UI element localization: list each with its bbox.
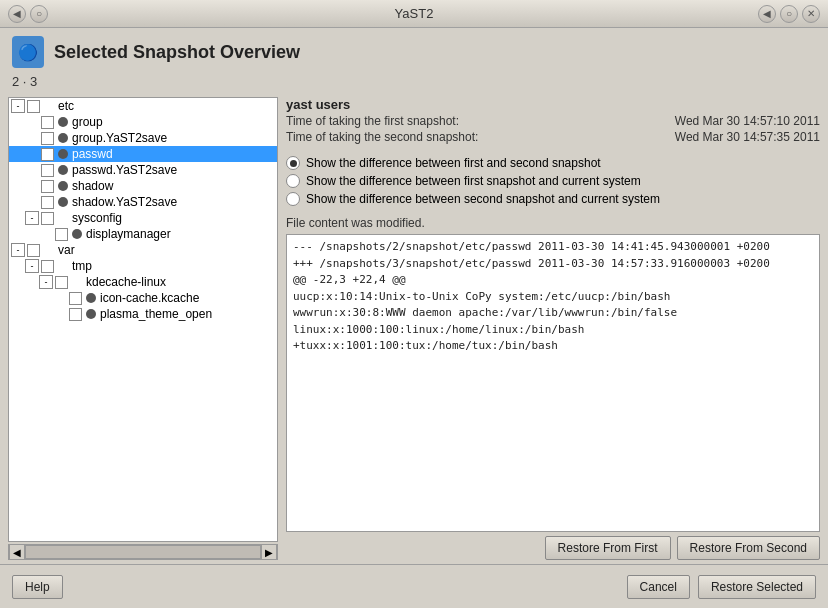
tree-label: etc — [58, 99, 74, 113]
radio-label: Show the difference between first snapsh… — [306, 174, 641, 188]
tree-dot — [86, 309, 96, 319]
tree-item[interactable]: passwd.YaST2save — [9, 162, 277, 178]
app-title: Selected Snapshot Overview — [54, 42, 300, 63]
radio-circle[interactable] — [286, 192, 300, 206]
first-snapshot-label: Time of taking the first snapshot: — [286, 114, 459, 128]
tree-checkbox[interactable] — [41, 164, 54, 177]
win-btn-close[interactable]: ✕ — [802, 5, 820, 23]
app-icon: 🔵 — [12, 36, 44, 68]
main-content: -etc group group.YaST2save xpasswd passw… — [0, 93, 828, 564]
diff-line: +tuxx:x:1001:100:tux:/home/tux:/bin/bash — [293, 338, 813, 355]
file-status: File content was modified. — [286, 216, 820, 230]
tree-indent — [39, 307, 53, 321]
tree-toggle[interactable]: - — [11, 99, 25, 113]
tree-toggle[interactable]: - — [25, 259, 39, 273]
tree-label: tmp — [72, 259, 92, 273]
tree-checkbox[interactable] — [69, 292, 82, 305]
footer: Help Cancel Restore Selected — [0, 564, 828, 608]
scroll-left-arrow[interactable]: ◀ — [9, 544, 25, 560]
tree-item[interactable]: xpasswd — [9, 146, 277, 162]
tree-dot — [58, 117, 68, 127]
tree-checkbox[interactable] — [41, 212, 54, 225]
tree-indent — [25, 275, 39, 289]
tree-label: kdecache-linux — [86, 275, 166, 289]
tree-item[interactable]: -sysconfig — [9, 210, 277, 226]
help-button[interactable]: Help — [12, 575, 63, 599]
tree-item[interactable]: icon-cache.kcache — [9, 290, 277, 306]
tree-label: shadow — [72, 179, 113, 193]
tree-indent — [11, 195, 25, 209]
tree-toggle[interactable]: - — [25, 211, 39, 225]
tree-item[interactable]: displaymanager — [9, 226, 277, 242]
tree-checkbox[interactable] — [41, 180, 54, 193]
win-btn-3[interactable]: ◀ — [758, 5, 776, 23]
tree-checkbox[interactable] — [27, 244, 40, 257]
scroll-track[interactable] — [25, 545, 261, 559]
tree-toggle[interactable]: - — [39, 275, 53, 289]
win-btn-4[interactable]: ○ — [780, 5, 798, 23]
second-snapshot-label: Time of taking the second snapshot: — [286, 130, 478, 144]
radio-item[interactable]: Show the difference between second snaps… — [286, 192, 820, 206]
tree-checkbox[interactable] — [41, 116, 54, 129]
restore-buttons: Restore From First Restore From Second — [286, 536, 820, 560]
scroll-right-arrow[interactable]: ▶ — [261, 544, 277, 560]
tree-checkbox[interactable]: x — [41, 148, 54, 161]
diff-line: @@ -22,3 +22,4 @@ — [293, 272, 813, 289]
tree-label: passwd.YaST2save — [72, 163, 177, 177]
tree-checkbox[interactable] — [69, 308, 82, 321]
radio-group: Show the difference between first and se… — [286, 156, 820, 210]
tree-checkbox[interactable] — [55, 228, 68, 241]
tree-item[interactable]: shadow — [9, 178, 277, 194]
tree-indent — [11, 163, 25, 177]
radio-circle[interactable] — [286, 156, 300, 170]
tree-item[interactable]: -kdecache-linux — [9, 274, 277, 290]
radio-label: Show the difference between first and se… — [306, 156, 601, 170]
tree-label: icon-cache.kcache — [100, 291, 199, 305]
tree-item[interactable]: shadow.YaST2save — [9, 194, 277, 210]
tree-item[interactable]: -etc — [9, 98, 277, 114]
file-tree[interactable]: -etc group group.YaST2save xpasswd passw… — [8, 97, 278, 542]
diff-line: --- /snapshots/2/snapshot/etc/passwd 201… — [293, 239, 813, 256]
tree-item[interactable]: group.YaST2save — [9, 130, 277, 146]
title-bar-left: ◀ ○ — [8, 5, 48, 23]
horizontal-scrollbar[interactable]: ◀ ▶ — [8, 544, 278, 560]
tree-label: group.YaST2save — [72, 131, 167, 145]
tree-checkbox[interactable] — [41, 132, 54, 145]
tree-item[interactable]: plasma_theme_open — [9, 306, 277, 322]
tree-item[interactable]: group — [9, 114, 277, 130]
info-section: yast users Time of taking the first snap… — [286, 97, 820, 146]
restore-from-second-button[interactable]: Restore From Second — [677, 536, 820, 560]
tree-dot — [58, 197, 68, 207]
tree-label: plasma_theme_open — [100, 307, 212, 321]
tree-indent — [11, 211, 25, 225]
tree-dot — [58, 181, 68, 191]
tree-checkbox[interactable] — [41, 196, 54, 209]
tree-dot — [86, 293, 96, 303]
diff-line: wwwrun:x:30:8:WWW daemon apache:/var/lib… — [293, 305, 813, 322]
tree-item[interactable]: -var — [9, 242, 277, 258]
restore-selected-button[interactable]: Restore Selected — [698, 575, 816, 599]
tree-indent — [25, 227, 39, 241]
radio-circle[interactable] — [286, 174, 300, 188]
tree-checkbox[interactable] — [41, 260, 54, 273]
tree-indent — [11, 307, 25, 321]
cancel-button[interactable]: Cancel — [627, 575, 690, 599]
tree-indent — [11, 147, 25, 161]
tree-label: passwd — [72, 147, 113, 161]
tree-dot — [58, 165, 68, 175]
tree-indent — [25, 307, 39, 321]
tree-indent — [25, 291, 39, 305]
diff-content: --- /snapshots/2/snapshot/etc/passwd 201… — [286, 234, 820, 532]
tree-indent — [39, 291, 53, 305]
tree-checkbox[interactable] — [27, 100, 40, 113]
radio-label: Show the difference between second snaps… — [306, 192, 660, 206]
radio-item[interactable]: Show the difference between first and se… — [286, 156, 820, 170]
tree-toggle[interactable]: - — [11, 243, 25, 257]
tree-checkbox[interactable] — [55, 276, 68, 289]
win-btn-2[interactable]: ○ — [30, 5, 48, 23]
tree-item[interactable]: -tmp — [9, 258, 277, 274]
win-btn-1[interactable]: ◀ — [8, 5, 26, 23]
tree-dot — [58, 133, 68, 143]
radio-item[interactable]: Show the difference between first snapsh… — [286, 174, 820, 188]
restore-from-first-button[interactable]: Restore From First — [545, 536, 671, 560]
